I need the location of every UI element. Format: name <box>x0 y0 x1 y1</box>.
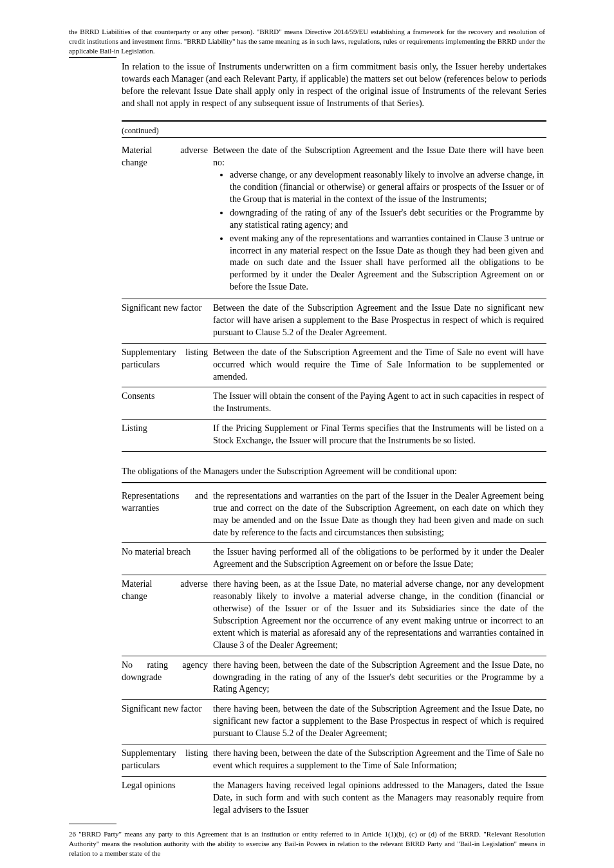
list-item: event making any of the representations … <box>230 233 544 295</box>
row-body: Between the date of the Subscription Agr… <box>210 142 546 299</box>
table-row: Representations and warranties the repre… <box>122 487 546 543</box>
table-row: Consents The Issuer will obtain the cons… <box>122 387 546 420</box>
main-content: In relation to the issue of Instruments … <box>122 61 546 820</box>
row-body: the Issuer having performed all of the o… <box>210 543 546 575</box>
row-body: there having been, between the date of t… <box>210 744 546 776</box>
table-row: Listing If the Pricing Supplement or Fin… <box>122 420 546 451</box>
row-body: the Managers having received legal opini… <box>210 776 546 820</box>
table-row: Material adverse change there having bee… <box>122 575 546 656</box>
conditions-table: Representations and warranties the repre… <box>122 487 546 820</box>
row-label: Significant new factor <box>122 299 210 344</box>
row-body: the representations and warranties on th… <box>210 487 546 543</box>
row-label: No rating agency downgrade <box>122 656 210 700</box>
row-label: Significant new factor <box>122 700 210 744</box>
table-row: No rating agency downgrade there having … <box>122 656 546 700</box>
footnote-bottom-rule <box>69 824 116 824</box>
table-row: Supplementary listing particulars there … <box>122 744 546 776</box>
table2-title: The obligations of the Managers under th… <box>122 466 546 478</box>
row-body-lead: Between the date of the Subscription Agr… <box>213 145 544 167</box>
row-body: there having been, between the date of t… <box>210 656 546 700</box>
row-label: Supplementary listing particulars <box>122 343 210 387</box>
intro-paragraph: In relation to the issue of Instruments … <box>122 61 546 110</box>
row-body: Between the date of the Subscription Agr… <box>210 299 546 344</box>
bullet-list: adverse change, or any development reaso… <box>213 169 544 295</box>
table1-top-rule <box>122 120 546 122</box>
row-label: Consents <box>122 387 210 420</box>
row-body: The Issuer will obtain the consent of th… <box>210 387 546 420</box>
row-label: Supplementary listing particulars <box>122 744 210 776</box>
list-item: adverse change, or any development reaso… <box>230 169 544 207</box>
footnote-top-rule <box>69 57 116 58</box>
row-label: Listing <box>122 420 210 451</box>
list-item: downgrading of the rating of any of the … <box>230 207 544 233</box>
row-label: Legal opinions <box>122 776 210 820</box>
undertakings-table: Material adverse change Between the date… <box>122 142 546 451</box>
row-body: there having been, as at the Issue Date,… <box>210 575 546 656</box>
row-body: there having been, between the date of t… <box>210 700 546 744</box>
row-label: Representations and warranties <box>122 487 210 543</box>
table-row: No material breach the Issuer having per… <box>122 543 546 575</box>
table1-bottom-rule <box>122 451 546 452</box>
table-row: Material adverse change Between the date… <box>122 142 546 299</box>
table-row: Legal opinions the Managers having recei… <box>122 776 546 820</box>
table-row: Significant new factor there having been… <box>122 700 546 744</box>
table1-continued: (continued) <box>122 125 546 136</box>
page-root: the BRRD Liabilities of that counterpart… <box>0 0 614 868</box>
footnote-bottom: 26 "BRRD Party" means any party to this … <box>69 829 545 858</box>
row-label: Material adverse change <box>122 575 210 656</box>
row-label: No material breach <box>122 543 210 575</box>
row-label: Material adverse change <box>122 142 210 299</box>
row-body: If the Pricing Supplement or Final Terms… <box>210 420 546 451</box>
footnote-top: the BRRD Liabilities of that counterpart… <box>69 27 545 56</box>
row-body: Between the date of the Subscription Agr… <box>210 343 546 387</box>
table2-top-rule <box>122 482 546 483</box>
table1-head-rule <box>122 137 546 138</box>
table-row: Supplementary listing particulars Betwee… <box>122 343 546 387</box>
table-row: Significant new factor Between the date … <box>122 299 546 344</box>
